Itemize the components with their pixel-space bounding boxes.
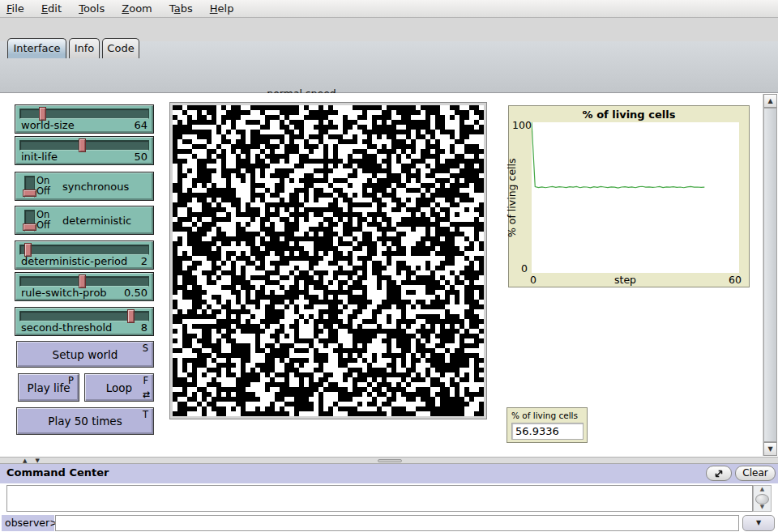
switch-handle[interactable] <box>23 223 36 231</box>
button-label: Play life <box>27 381 70 394</box>
menu-zoom[interactable]: Zoom <box>115 0 158 17</box>
switch-off-label: Off <box>36 186 50 196</box>
button-label: Play 50 times <box>48 415 122 428</box>
down-arrow-icon[interactable]: ▼ <box>754 504 771 511</box>
netlogo-window: File Edit Tools Zoom Tabs Help Interface… <box>0 0 778 532</box>
tab-bar: Interface Info Code <box>0 18 778 41</box>
interface-canvas: world-size 64 init-life 50 On Off synchr… <box>0 93 778 457</box>
switch-off-label: Off <box>36 220 50 230</box>
diagonal-arrows-icon <box>714 469 724 479</box>
menu-file[interactable]: File <box>0 0 31 17</box>
slider-value: 50 <box>134 151 147 163</box>
scroll-up-button[interactable]: ▲ <box>763 94 777 108</box>
switch-label: synchronous <box>62 172 129 200</box>
command-center-header: Command Center Clear <box>0 464 778 483</box>
plot-x-axis-label: step <box>614 274 636 286</box>
button-key: S <box>143 343 148 354</box>
menu-tabs[interactable]: Tabs <box>163 0 199 17</box>
slider-rule-switch-prob[interactable]: rule-switch-prob 0.50 <box>15 272 154 301</box>
x-tick-0: 0 <box>530 274 536 286</box>
plot-line-canvas <box>532 122 739 273</box>
play-life-button[interactable]: Play life P <box>18 373 79 402</box>
up-arrow-icon: ▲ <box>767 97 772 104</box>
plot-area <box>532 122 739 273</box>
forever-icon: ⇄ <box>143 389 150 400</box>
down-arrow-icon: ▼ <box>767 445 772 453</box>
command-output-scrollbar[interactable]: ▲ ▼ <box>753 485 772 512</box>
living-cells-plot[interactable]: % of living cells % of living cells 100 … <box>508 105 750 287</box>
play-50-times-button[interactable]: Play 50 times T <box>16 407 154 435</box>
switch-deterministic[interactable]: On Off deterministic <box>15 206 154 235</box>
scroll-down-button[interactable]: ▼ <box>763 442 777 456</box>
scroll-thumb[interactable] <box>763 108 777 442</box>
down-arrow-icon: ▼ <box>756 519 761 526</box>
plot-y-axis-label: % of living cells <box>505 122 518 273</box>
button-key: F <box>143 375 148 386</box>
slider-handle[interactable] <box>127 309 135 323</box>
slider-second-threshold[interactable]: second-threshold 8 <box>15 307 154 336</box>
slider-value: 64 <box>134 119 147 131</box>
command-output-area[interactable] <box>6 485 753 512</box>
slider-label: world-size <box>21 119 75 131</box>
interface-vertical-scrollbar[interactable]: ▲ ▼ <box>763 94 776 456</box>
switch-synchronous[interactable]: On Off synchronous <box>15 172 154 201</box>
button-label: Loop <box>106 381 132 394</box>
menu-help[interactable]: Help <box>203 0 241 17</box>
splitter-updown-icon[interactable]: ▲ ▼ <box>23 458 43 464</box>
world-grid-canvas[interactable] <box>173 105 484 416</box>
slider-label: deterministic-period <box>21 255 127 267</box>
command-input[interactable] <box>55 515 739 531</box>
x-tick-60: 60 <box>729 274 742 286</box>
slider-init-life[interactable]: init-life 50 <box>15 136 154 165</box>
clear-button[interactable]: Clear <box>735 466 776 481</box>
button-key: T <box>143 409 148 420</box>
world-view[interactable] <box>169 102 487 419</box>
slider-value: 2 <box>141 255 147 267</box>
menu-edit[interactable]: Edit <box>35 0 68 17</box>
slider-deterministic-period[interactable]: deterministic-period 2 <box>15 240 154 270</box>
slider-label: second-threshold <box>21 321 112 334</box>
setup-world-button[interactable]: Setup world S <box>16 341 154 368</box>
switch-handle[interactable] <box>23 189 36 197</box>
observer-prompt: observer> <box>2 515 54 531</box>
button-key: P <box>68 375 74 386</box>
button-label: Setup world <box>53 348 118 361</box>
switch-on-label: On <box>36 210 49 219</box>
menu-tools[interactable]: Tools <box>72 0 111 17</box>
monitor-value: 56.9336 <box>511 423 584 440</box>
tab-interface[interactable]: Interface <box>7 38 66 58</box>
switch-on-label: On <box>36 176 49 185</box>
monitor-label: % of living cells <box>511 411 578 420</box>
loop-button[interactable]: Loop F ⇄ <box>84 373 154 402</box>
slider-handle[interactable] <box>79 138 86 152</box>
slider-label: init-life <box>21 151 58 163</box>
slider-value: 0.50 <box>124 287 147 299</box>
tab-code[interactable]: Code <box>102 38 139 58</box>
y-tick-0: 0 <box>521 262 528 275</box>
menu-bar: File Edit Tools Zoom Tabs Help <box>0 0 778 18</box>
plot-title: % of living cells <box>509 109 749 121</box>
up-arrow-icon[interactable]: ▲ <box>754 486 771 493</box>
tab-info[interactable]: Info <box>69 38 100 58</box>
slider-track[interactable] <box>19 245 149 255</box>
slider-world-size[interactable]: world-size 64 <box>15 104 154 134</box>
slider-label: rule-switch-prob <box>21 287 107 299</box>
splitter-grip[interactable] <box>378 459 402 462</box>
living-cells-monitor: % of living cells 56.9336 <box>507 407 588 443</box>
slider-value: 8 <box>141 321 147 334</box>
command-center-title: Command Center <box>6 466 109 479</box>
export-popout-button[interactable] <box>706 466 732 481</box>
switch-label: deterministic <box>62 206 131 234</box>
agent-type-dropdown[interactable]: ▼ <box>742 515 775 531</box>
y-tick-100: 100 <box>512 119 532 131</box>
command-center-splitter[interactable]: ▲ ▼ <box>0 457 778 464</box>
